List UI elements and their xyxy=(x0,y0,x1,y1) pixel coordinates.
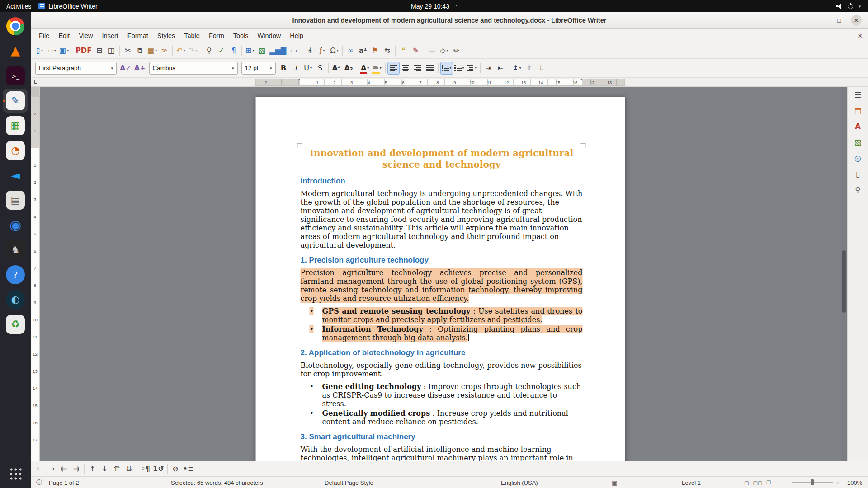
document-canvas[interactable]: Innovation and development of modern agr… xyxy=(40,87,841,461)
vertical-ruler[interactable]: 211234567891011121314151617 xyxy=(31,87,40,461)
basic-shapes-dropdown-arrow-icon[interactable]: ▾ xyxy=(447,48,448,52)
insert-cross-reference[interactable]: ⇆ xyxy=(381,44,393,57)
paragraph-introduction[interactable]: Modern agricultural technology is underg… xyxy=(301,189,583,249)
left-indent-marker[interactable]: ▾ xyxy=(298,77,300,81)
list-item[interactable]: • Genetically modified crops : Increase … xyxy=(301,409,583,426)
insert-special-character[interactable]: Ω▾ xyxy=(328,44,340,57)
page-number-status[interactable]: Page 1 of 2 xyxy=(49,479,79,486)
menu-table[interactable]: Table xyxy=(179,30,204,41)
document-title[interactable]: Innovation and development of modern agr… xyxy=(301,148,583,170)
decrease-indent[interactable]: ⇤ xyxy=(495,62,507,75)
document-page[interactable]: Innovation and development of modern agr… xyxy=(256,97,625,461)
demote-outline-level-with-subpoints[interactable]: ⇉ xyxy=(70,463,82,475)
horizontal-ruler-strip[interactable]: ▾ ▾ 21123456789101112131415161718 xyxy=(255,79,625,86)
font-color-dropdown-arrow-icon[interactable]: ▾ xyxy=(367,66,369,70)
export-pdf[interactable]: PDF xyxy=(74,44,93,57)
no-list[interactable]: ⊘ xyxy=(170,463,182,475)
heading-introduction[interactable]: introduction xyxy=(301,176,583,186)
heading-smart-machinery[interactable]: 3. Smart agricultural machinery xyxy=(301,432,583,441)
menu-tools[interactable]: Tools xyxy=(229,30,253,41)
zoom-slider[interactable]: − + xyxy=(785,479,840,486)
align-left[interactable] xyxy=(387,62,400,75)
open-file[interactable]: ▱▾ xyxy=(46,44,58,57)
clock-menu[interactable]: May 29 10:43 xyxy=(411,0,457,12)
gallery-deck[interactable]: ▧ xyxy=(850,136,866,149)
show-draw-functions[interactable]: ✏ xyxy=(450,44,462,57)
window-title-bar[interactable]: Innovation and development of modern agr… xyxy=(31,12,868,29)
dock-vlc[interactable]: ▲ xyxy=(3,39,28,63)
clone-formatting[interactable]: ✑ xyxy=(158,44,170,57)
promote-outline-level[interactable]: ← xyxy=(33,463,46,475)
insert-chart[interactable]: ▂▅▇ xyxy=(268,44,288,57)
dropdown-arrow-icon[interactable]: ▾ xyxy=(229,66,234,70)
selection-mode-icon[interactable]: ▣ xyxy=(612,479,617,486)
find-and-replace[interactable]: ⚲ xyxy=(203,44,215,57)
paste-dropdown-arrow-icon[interactable]: ▾ xyxy=(155,48,157,52)
dropdown-arrow-icon[interactable]: ▾ xyxy=(267,66,272,70)
page-style-status[interactable]: Default Page Style xyxy=(325,479,373,486)
insert-comment[interactable]: ❝ xyxy=(397,44,410,57)
increase-indent[interactable]: ⇥ xyxy=(482,62,495,75)
insert-table[interactable]: ⊞▾ xyxy=(244,44,256,57)
spelling-check[interactable]: ✓ xyxy=(215,44,227,57)
line-spacing-dropdown-arrow-icon[interactable]: ▾ xyxy=(519,66,521,70)
highlighting-color[interactable]: ✏▾ xyxy=(371,62,383,75)
formatting-marks[interactable]: ¶ xyxy=(227,44,240,57)
dropdown-arrow-icon[interactable]: ▾ xyxy=(108,66,113,70)
paragraph-biotechnology[interactable]: Biotechnology, especially gene editing t… xyxy=(301,361,583,378)
menu-insert[interactable]: Insert xyxy=(98,30,123,41)
line-spacing[interactable]: ↕▾ xyxy=(511,62,523,75)
undo-dropdown-arrow-icon[interactable]: ▾ xyxy=(183,48,185,52)
outline-format[interactable]: ▾ xyxy=(466,62,478,75)
copy[interactable]: ⧉ xyxy=(134,44,146,57)
vertical-scrollbar[interactable] xyxy=(841,87,847,461)
sidebar-settings[interactable]: ☰ xyxy=(850,88,866,102)
style-inspector-deck[interactable]: ⚲ xyxy=(850,183,866,197)
close-document-icon[interactable]: ✕ xyxy=(857,32,863,39)
font-color[interactable]: A▾ xyxy=(359,62,371,75)
unordered-list[interactable]: ▾ xyxy=(440,62,453,75)
list-item[interactable]: • GPS and remote sensing technology : Us… xyxy=(301,307,583,324)
list-item[interactable]: • Information Technology : Optimizing pl… xyxy=(301,325,583,342)
font-size-select[interactable]: 12 pt ▾ xyxy=(241,62,276,75)
horizontal-ruler[interactable]: L ▾ ▾ 21123456789101112131415161718 xyxy=(31,78,868,87)
multiple-page-view-icon[interactable]: ▢▢ xyxy=(753,479,762,485)
align-justified[interactable] xyxy=(424,62,436,75)
dock-vscode[interactable]: ◄ xyxy=(3,164,28,187)
undo[interactable]: ↶▾ xyxy=(175,44,187,57)
print-preview[interactable]: ◫ xyxy=(105,44,118,57)
close-button[interactable]: ✕ xyxy=(851,15,862,26)
insert-page-break[interactable]: ⇟ xyxy=(304,44,316,57)
dock-terminal[interactable]: >_ xyxy=(3,64,28,88)
insert-bookmark[interactable]: ⚑ xyxy=(369,44,381,57)
word-count-status[interactable]: Selected: 65 words, 484 characters xyxy=(171,479,263,486)
new-style-from-selection[interactable]: A+ xyxy=(133,62,147,75)
zoom-slider-handle[interactable] xyxy=(811,479,814,485)
align-right[interactable] xyxy=(412,62,424,75)
menu-form[interactable]: Form xyxy=(204,30,229,41)
show-applications-button[interactable] xyxy=(5,464,26,483)
system-status-menu[interactable]: ▾ xyxy=(836,4,868,9)
status-tip-icon[interactable]: ⓘ xyxy=(36,479,42,487)
redo-dropdown-arrow-icon[interactable]: ▾ xyxy=(195,48,197,52)
menu-view[interactable]: View xyxy=(74,30,97,41)
maximize-button[interactable]: □ xyxy=(834,15,844,26)
paragraph-style-select[interactable]: First Paragraph ▾ xyxy=(35,62,117,75)
book-view-icon[interactable]: ❐ xyxy=(766,479,771,485)
menu-window[interactable]: Window xyxy=(253,30,286,41)
zoom-out-icon[interactable]: − xyxy=(785,479,788,486)
cut[interactable]: ✂ xyxy=(122,44,134,57)
insert-text-box[interactable]: ▭ xyxy=(288,44,300,57)
dock-libreoffice-impress[interactable]: ◔ xyxy=(3,139,28,162)
single-page-view-icon[interactable]: ▢ xyxy=(744,479,749,485)
new-document-dropdown-arrow-icon[interactable]: ▾ xyxy=(41,48,43,52)
insert-field-dropdown-arrow-icon[interactable]: ▾ xyxy=(323,48,325,52)
heading-precision-agriculture[interactable]: 1. Precision agriculture technology xyxy=(301,255,583,265)
page-deck[interactable]: ▯ xyxy=(850,167,866,181)
font-name-select[interactable]: Cambria ▾ xyxy=(149,62,238,75)
insert-table-dropdown-arrow-icon[interactable]: ▾ xyxy=(252,48,254,52)
language-status[interactable]: English (USA) xyxy=(501,479,538,486)
insert-footnote[interactable]: a¹ xyxy=(357,44,369,57)
move-item-down[interactable]: ↓ xyxy=(99,463,111,475)
zoom-slider-track[interactable] xyxy=(792,482,833,483)
